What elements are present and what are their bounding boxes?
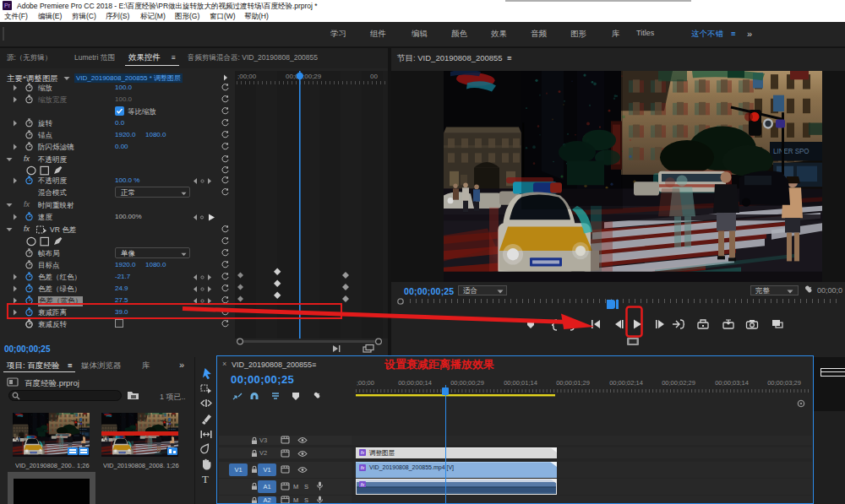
svg-text:T: T xyxy=(202,473,209,485)
svg-text:;00;00: ;00;00 xyxy=(237,73,257,80)
svg-text:00;00;02;29: 00;00;02;29 xyxy=(662,379,695,387)
svg-text:00;00;01;29: 00;00;01;29 xyxy=(556,379,590,387)
svg-text:00;00;02;14: 00;00;02;14 xyxy=(609,379,643,387)
svg-text:00: 00 xyxy=(370,73,378,80)
svg-text:00;00;00;29: 00;00;00;29 xyxy=(450,379,484,387)
svg-text:00;00;00;29: 00;00;00;29 xyxy=(286,73,322,80)
svg-text:00;00;03;29: 00;00;03;29 xyxy=(767,379,801,387)
svg-text:00;00;03;14: 00;00;03;14 xyxy=(715,379,749,387)
svg-text:;00;00: ;00;00 xyxy=(357,379,374,387)
svg-text:00;00;01;14: 00;00;01;14 xyxy=(504,379,537,387)
svg-text:00;00;00;14: 00;00;00;14 xyxy=(398,379,432,387)
